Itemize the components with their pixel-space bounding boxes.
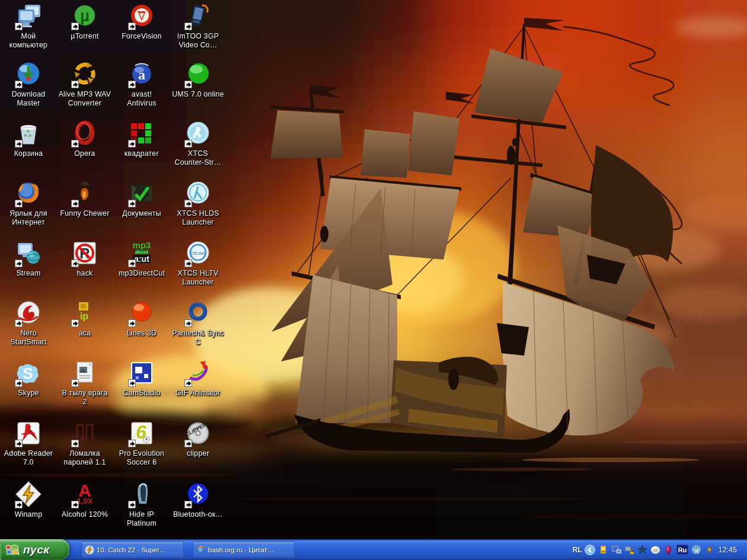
svg-text:a: a xyxy=(695,546,698,553)
svg-text:a:ut: a:ut xyxy=(134,254,149,264)
svg-text:mp3: mp3 xyxy=(133,240,151,250)
svg-text:Ru: Ru xyxy=(678,546,687,553)
svg-text:1,0X: 1,0X xyxy=(77,497,93,505)
svg-text:ip: ip xyxy=(80,311,88,321)
svg-text:S: S xyxy=(23,364,33,382)
svg-text:a: a xyxy=(138,67,145,82)
svg-text:µ: µ xyxy=(80,7,90,25)
svg-text:CS:GO: CS:GO xyxy=(190,251,206,256)
